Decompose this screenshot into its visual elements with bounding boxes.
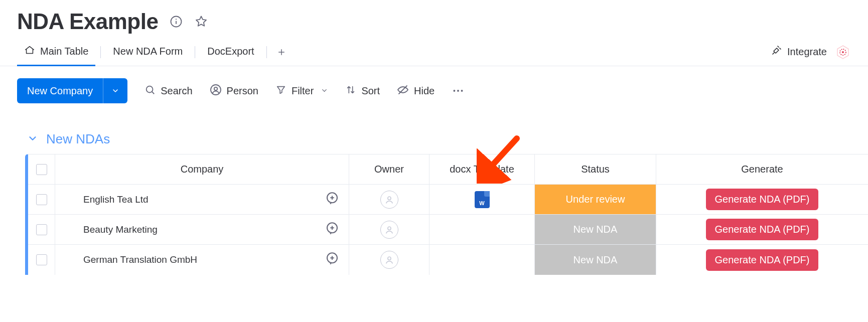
sort-label: Sort [361,85,380,97]
svg-point-2 [176,19,177,20]
search-button[interactable]: Search [144,84,192,98]
chat-icon[interactable] [325,221,340,238]
group-header[interactable]: New NDAs [25,131,868,147]
chat-icon[interactable] [325,191,340,208]
chat-icon[interactable] [325,251,340,269]
more-button[interactable] [452,84,465,97]
generate-button[interactable]: Generate NDA (PDF) [706,219,819,240]
svg-point-15 [461,90,463,92]
plug-icon [770,45,782,59]
add-tab-button[interactable] [272,43,291,62]
column-header-generate[interactable]: Generate [656,154,868,184]
filter-icon [275,84,286,98]
tab-divider [195,46,195,58]
svg-point-13 [454,90,456,92]
generate-button[interactable]: Generate NDA (PDF) [706,249,819,271]
column-header-company[interactable]: Company [55,154,349,184]
tab-label: DocExport [207,46,254,57]
home-icon [24,45,35,58]
chevron-down-icon[interactable] [103,78,127,103]
column-header-owner[interactable]: Owner [349,154,429,184]
select-all-checkbox[interactable] [36,164,47,175]
svg-point-10 [211,85,221,95]
table-row: Beauty Marketing New NDA Generate NDA (P… [28,215,868,245]
tab-divider [100,46,101,58]
svg-point-23 [387,227,390,230]
status-cell[interactable]: Under review [535,185,656,214]
company-name: German Translation GmbH [83,254,197,265]
filter-button[interactable]: Filter [275,84,328,98]
company-name: Beauty Marketing [83,224,158,235]
cell-generate: Generate NDA (PDF) [656,245,868,275]
column-header-docx[interactable]: docx Template [429,154,535,184]
search-label: Search [161,85,192,97]
chevron-down-icon [27,133,38,146]
status-cell[interactable]: New NDA [535,245,656,275]
tab-label: Main Table [40,46,88,57]
cell-owner[interactable] [349,215,429,244]
person-button[interactable]: Person [210,84,258,98]
group-title: New NDAs [46,131,110,147]
svg-point-19 [387,197,390,200]
cell-generate: Generate NDA (PDF) [656,185,868,214]
avatar-icon[interactable] [380,221,398,239]
cell-company[interactable]: German Translation GmbH [55,245,349,275]
integrate-badge-icon[interactable] [835,44,851,60]
row-checkbox[interactable] [36,224,47,235]
docx-file-icon[interactable]: W [475,191,490,208]
integrate-label: Integrate [787,46,827,58]
avatar-icon[interactable] [380,191,398,209]
cell-docx[interactable]: W [429,185,535,214]
hide-label: Hide [414,85,435,97]
svg-line-9 [152,91,155,94]
table-row: English Tea Ltd W Under review Generate … [28,185,868,215]
board-title[interactable]: NDA Example [17,9,158,34]
integrate-button[interactable]: Integrate [770,45,827,59]
person-icon [210,84,222,98]
table-header-row: Company Owner docx Template Status Gener… [28,154,868,185]
new-company-label: New Company [17,85,103,97]
cell-docx[interactable] [429,215,535,244]
table: Company Owner docx Template Status Gener… [25,154,868,275]
new-company-button[interactable]: New Company [17,78,127,103]
tab-main-table[interactable]: Main Table [17,38,95,66]
svg-point-11 [214,87,217,90]
row-checkbox[interactable] [36,194,47,205]
hide-icon [397,84,409,98]
status-cell[interactable]: New NDA [535,215,656,244]
star-icon[interactable] [194,15,208,29]
svg-point-7 [842,51,844,53]
table-row: German Translation GmbH New NDA Generate… [28,245,868,275]
cell-generate: Generate NDA (PDF) [656,215,868,244]
cell-company[interactable]: English Tea Ltd [55,185,349,214]
generate-button[interactable]: Generate NDA (PDF) [706,189,819,210]
sort-button[interactable]: Sort [345,84,380,98]
tab-divider [266,46,267,58]
sort-icon [345,84,356,98]
svg-point-8 [147,86,153,92]
tab-label: New NDA Form [113,46,183,57]
svg-point-14 [457,90,459,92]
cell-owner[interactable] [349,185,429,214]
info-icon[interactable] [169,15,183,29]
person-label: Person [227,85,258,97]
avatar-icon[interactable] [380,251,398,269]
cell-company[interactable]: Beauty Marketing [55,215,349,244]
svg-point-27 [387,257,390,260]
filter-label: Filter [292,85,314,97]
column-header-status[interactable]: Status [535,154,656,184]
row-checkbox[interactable] [36,254,47,265]
company-name: English Tea Ltd [83,194,149,205]
search-icon [144,84,156,98]
tab-docexport[interactable]: DocExport [200,38,261,66]
tab-new-nda-form[interactable]: New NDA Form [106,38,190,66]
chevron-down-icon [321,85,328,97]
cell-owner[interactable] [349,245,429,275]
cell-docx[interactable] [429,245,535,275]
hide-button[interactable]: Hide [397,84,435,98]
